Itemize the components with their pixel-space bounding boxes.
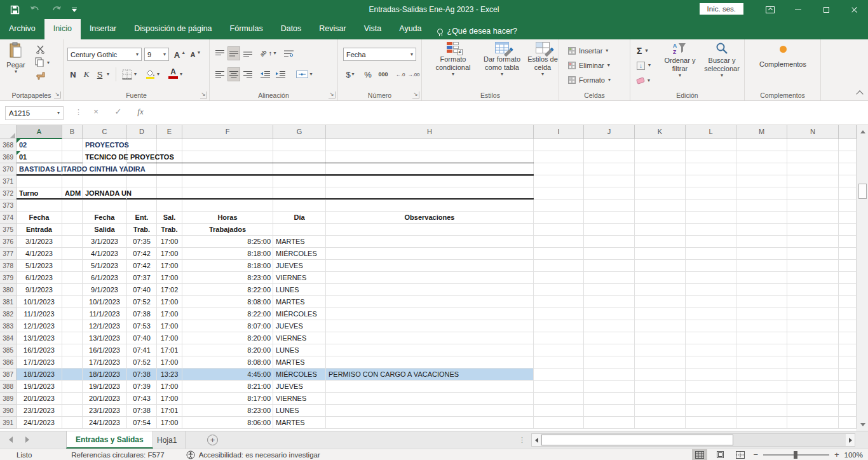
- cell-E390[interactable]: 17:01: [157, 405, 182, 417]
- cell-C372[interactable]: JORNADA UN: [83, 187, 127, 200]
- row-header-383[interactable]: 383: [0, 320, 17, 332]
- cell-G368[interactable]: [273, 139, 326, 151]
- row-header-387[interactable]: 387: [0, 369, 17, 381]
- cell-B384[interactable]: [62, 332, 83, 344]
- cell-x374[interactable]: [839, 212, 857, 224]
- grow-font-button[interactable]: A▲: [173, 48, 187, 62]
- cell-N387[interactable]: [787, 369, 839, 381]
- cell-N370[interactable]: [787, 163, 839, 175]
- borders-icon[interactable]: [122, 69, 132, 79]
- cell-K380[interactable]: [635, 284, 686, 296]
- cell-J388[interactable]: [584, 381, 635, 393]
- cell-G386[interactable]: MARTES: [273, 356, 326, 369]
- cell-G384[interactable]: VIERNES: [273, 332, 326, 344]
- cell-C388[interactable]: 19/1/2023: [83, 381, 127, 393]
- cell-J381[interactable]: [584, 296, 635, 308]
- cell-A380[interactable]: 9/1/2023: [17, 284, 62, 296]
- cell-B375[interactable]: [62, 224, 83, 236]
- cell-x384[interactable]: [839, 332, 857, 344]
- row-header-377[interactable]: 377: [0, 248, 17, 260]
- cell-N391[interactable]: [787, 417, 839, 429]
- cell-N374[interactable]: [787, 212, 839, 224]
- cell-K377[interactable]: [635, 248, 686, 260]
- undo-icon[interactable]: [30, 6, 41, 14]
- cell-K382[interactable]: [635, 308, 686, 320]
- fuente-dialog-launcher[interactable]: ↘: [200, 91, 207, 98]
- cell-H386[interactable]: [326, 356, 534, 369]
- cell-G385[interactable]: LUNES: [273, 344, 326, 356]
- cell-L384[interactable]: [686, 332, 736, 344]
- cell-D380[interactable]: 07:40: [127, 284, 157, 296]
- cell-C391[interactable]: 24/1/2023: [83, 417, 127, 429]
- cell-D377[interactable]: 07:42: [127, 248, 157, 260]
- cell-F387[interactable]: 4:45:00: [182, 369, 273, 381]
- align-left-icon[interactable]: [214, 67, 226, 81]
- collapse-ribbon-icon[interactable]: [856, 90, 863, 97]
- cell-H390[interactable]: [326, 405, 534, 417]
- cell-K373[interactable]: [635, 200, 686, 212]
- cell-x372[interactable]: [839, 187, 857, 200]
- cell-A383[interactable]: 12/1/2023: [17, 320, 62, 332]
- cell-G391[interactable]: MARTES: [273, 417, 326, 429]
- cell-N383[interactable]: [787, 320, 839, 332]
- cell-I381[interactable]: [534, 296, 584, 308]
- tab-inicio[interactable]: Inicio: [44, 19, 81, 39]
- cell-L381[interactable]: [686, 296, 736, 308]
- font-size-combo[interactable]: 9▾: [144, 48, 169, 61]
- cell-J377[interactable]: [584, 248, 635, 260]
- column-header-K[interactable]: K: [635, 125, 686, 139]
- redo-icon[interactable]: [51, 6, 62, 14]
- cell-C381[interactable]: 10/1/2023: [83, 296, 127, 308]
- cell-J391[interactable]: [584, 417, 635, 429]
- cell-D383[interactable]: 07:53: [127, 320, 157, 332]
- column-header-C[interactable]: C: [83, 125, 127, 139]
- cell-L370[interactable]: [686, 163, 736, 175]
- column-header-L[interactable]: L: [686, 125, 736, 139]
- cell-K376[interactable]: [635, 236, 686, 248]
- zoom-level[interactable]: 100%: [844, 451, 863, 459]
- cell-N375[interactable]: [787, 224, 839, 236]
- cell-K383[interactable]: [635, 320, 686, 332]
- cell-L371[interactable]: [686, 175, 736, 187]
- cell-M375[interactable]: [736, 224, 787, 236]
- cell-A368[interactable]: 02: [17, 139, 62, 151]
- zoom-out-button[interactable]: −: [753, 450, 758, 459]
- cell-M384[interactable]: [736, 332, 787, 344]
- row-header-373[interactable]: 373: [0, 200, 17, 212]
- sheet-nav-left-icon[interactable]: [9, 436, 13, 443]
- cell-K375[interactable]: [635, 224, 686, 236]
- percent-button[interactable]: %: [362, 67, 374, 81]
- cell-J370[interactable]: [584, 163, 635, 175]
- align-center-icon[interactable]: [227, 67, 240, 81]
- column-header-G[interactable]: G: [273, 125, 326, 139]
- cell-C368[interactable]: PROYECTOS: [83, 139, 127, 151]
- cell-H376[interactable]: [326, 236, 534, 248]
- cell-L373[interactable]: [686, 200, 736, 212]
- cell-I390[interactable]: [534, 405, 584, 417]
- cell-C377[interactable]: 4/1/2023: [83, 248, 127, 260]
- row-header-379[interactable]: 379: [0, 272, 17, 284]
- cell-B368[interactable]: [62, 139, 83, 151]
- cell-J387[interactable]: [584, 369, 635, 381]
- cell-N388[interactable]: [787, 381, 839, 393]
- cell-styles-button[interactable]: Estilos de celda▾: [527, 42, 558, 77]
- clear-button[interactable]: ▾: [637, 74, 650, 87]
- column-header-B[interactable]: B: [62, 125, 83, 139]
- bold-button[interactable]: N: [67, 67, 79, 81]
- cell-L377[interactable]: [686, 248, 736, 260]
- addins-button[interactable]: Complementos: [757, 46, 808, 69]
- cell-C375[interactable]: Salida: [83, 224, 127, 236]
- zoom-slider[interactable]: [763, 454, 829, 456]
- cancel-icon[interactable]: ×: [89, 107, 103, 116]
- cell-I380[interactable]: [534, 284, 584, 296]
- vertical-scrollbar[interactable]: [857, 125, 868, 431]
- conditional-formatting-button[interactable]: ≠ Formato condicional▾: [431, 42, 475, 77]
- cell-C390[interactable]: 23/1/2023: [83, 405, 127, 417]
- cell-x378[interactable]: [839, 260, 857, 272]
- cell-J390[interactable]: [584, 405, 635, 417]
- shrink-font-button[interactable]: A▼: [189, 48, 203, 62]
- wrap-text-icon[interactable]: [281, 46, 296, 60]
- cell-L378[interactable]: [686, 260, 736, 272]
- cell-J373[interactable]: [584, 200, 635, 212]
- cell-x389[interactable]: [839, 393, 857, 405]
